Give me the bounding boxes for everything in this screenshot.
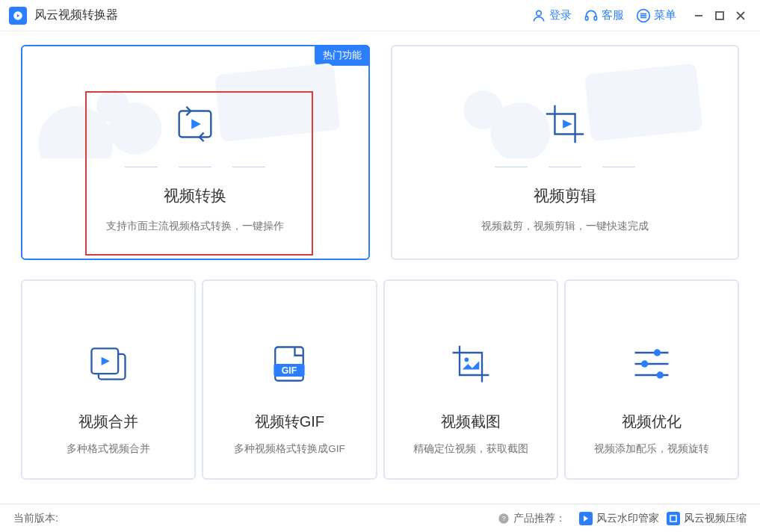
convert-icon	[172, 101, 218, 150]
card-desc: 精确定位视频，获取截图	[413, 442, 528, 456]
version-label: 当前版本:	[13, 512, 58, 525]
app-logo-icon	[9, 7, 27, 25]
svg-marker-22	[563, 120, 572, 129]
recommend-label-1: 风云水印管家	[596, 512, 659, 525]
maximize-button[interactable]	[709, 5, 730, 26]
svg-point-34	[641, 360, 648, 367]
app-title: 风云视频转换器	[34, 7, 118, 23]
svg-point-20	[490, 102, 550, 158]
compress-app-icon	[667, 512, 680, 525]
card-video-edit[interactable]: 视频剪辑 视频裁剪，视频剪辑，一键快速完成	[391, 45, 740, 260]
recommend-label: ? 产品推荐：	[498, 512, 566, 525]
card-video-merge[interactable]: 视频合并 多种格式视频合并	[21, 279, 196, 480]
divider-icon	[495, 167, 635, 168]
card-title: 视频截图	[441, 412, 501, 432]
svg-rect-21	[584, 63, 702, 141]
card-title: 视频优化	[622, 412, 682, 432]
card-video-convert[interactable]: 热门功能 视频转换 支持市面主流视频格式转换，一键操作	[21, 45, 370, 260]
card-title: 视频转换	[164, 185, 226, 206]
svg-point-19	[463, 90, 502, 129]
svg-marker-18	[191, 119, 201, 129]
watermark-app-icon	[579, 512, 593, 525]
title-bar: 风云视频转换器 登录 客服 菜单	[0, 0, 760, 31]
card-video-screenshot[interactable]: 视频截图 精确定位视频，获取截图	[383, 279, 558, 480]
menu-button[interactable]: 菜单	[636, 8, 676, 23]
svg-point-35	[656, 371, 663, 378]
card-video-gif[interactable]: GIF 视频转GIF 多种视频格式转换成GIF	[202, 279, 377, 480]
recommend-compress[interactable]: 风云视频压缩	[667, 512, 747, 525]
recommend-label-2: 风云视频压缩	[684, 512, 747, 525]
card-desc: 视频裁剪，视频剪辑，一键快速完成	[481, 220, 649, 233]
svg-text:GIF: GIF	[282, 365, 297, 376]
svg-point-29	[464, 358, 469, 362]
service-label: 客服	[602, 8, 624, 22]
card-title: 视频剪辑	[534, 185, 596, 206]
svg-point-33	[654, 349, 661, 356]
svg-point-2	[537, 10, 542, 16]
card-title: 视频合并	[78, 412, 138, 432]
svg-marker-38	[584, 516, 588, 522]
card-desc: 视频添加配乐，视频旋转	[594, 442, 709, 456]
recommend-watermark[interactable]: 风云水印管家	[579, 512, 659, 525]
status-bar: 当前版本: ? 产品推荐： 风云水印管家 风云视频压缩	[0, 504, 760, 532]
gif-icon: GIF	[267, 341, 312, 389]
card-title: 视频转GIF	[255, 412, 324, 432]
svg-rect-4	[594, 16, 596, 19]
svg-rect-10	[716, 12, 723, 19]
menu-label: 菜单	[654, 8, 676, 22]
login-label: 登录	[549, 8, 572, 22]
service-button[interactable]: 客服	[584, 8, 624, 23]
sliders-icon	[629, 341, 674, 389]
svg-rect-3	[586, 16, 588, 19]
close-button[interactable]	[730, 5, 751, 26]
login-button[interactable]: 登录	[531, 8, 572, 23]
card-desc: 多种视频格式转换成GIF	[234, 442, 345, 456]
screenshot-icon	[448, 341, 493, 389]
card-video-optimize[interactable]: 视频优化 视频添加配乐，视频旋转	[564, 279, 739, 480]
svg-rect-39	[670, 516, 676, 522]
card-desc: 支持市面主流视频格式转换，一键操作	[106, 220, 284, 233]
divider-icon	[125, 167, 265, 168]
minimize-button[interactable]	[688, 5, 709, 26]
main-area: 热门功能 视频转换 支持市面主流视频格式转换，一键操作 视频剪辑 视频裁剪，视频…	[0, 31, 760, 504]
card-desc: 多种格式视频合并	[67, 442, 150, 456]
svg-text:?: ?	[501, 515, 505, 522]
hot-badge: 热门功能	[315, 45, 370, 66]
crop-icon	[542, 101, 588, 150]
merge-icon	[86, 341, 131, 389]
